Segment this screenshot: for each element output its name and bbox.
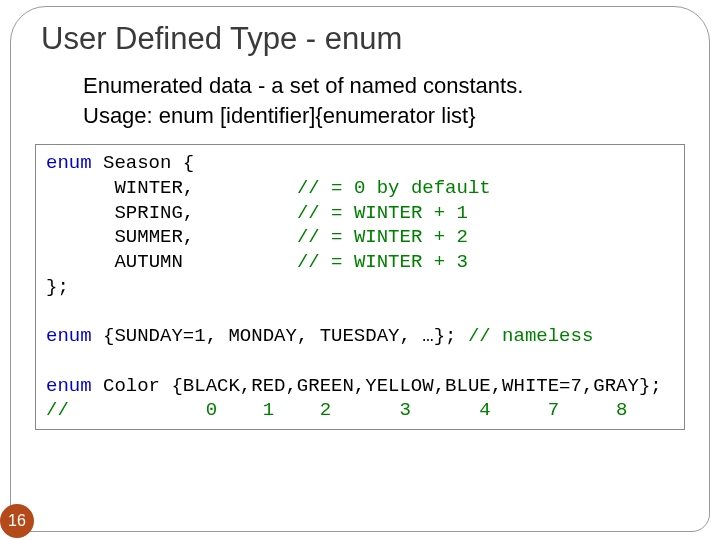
member-3-comment: // = WINTER + 3 <box>297 251 468 273</box>
member-2-name: SUMMER, <box>114 226 194 248</box>
code-box: enum Season { WINTER, // = 0 by default … <box>35 144 685 430</box>
member-2-comment: // = WINTER + 2 <box>297 226 468 248</box>
member-1-name: SPRING, <box>114 202 194 224</box>
member-0-name: WINTER, <box>114 177 194 199</box>
nameless-comment: // nameless <box>468 325 593 347</box>
slide-frame: User Defined Type - enum Enumerated data… <box>10 6 710 532</box>
page-title: User Defined Type - enum <box>41 21 685 57</box>
body-line-2: Usage: enum [identifier]{enumerator list… <box>83 103 476 128</box>
member-0-comment: // = 0 by default <box>297 177 491 199</box>
code-block: enum Season { WINTER, // = 0 by default … <box>46 151 674 423</box>
index-row: // 0 1 2 3 4 7 8 <box>46 399 628 421</box>
nameless-body: {SUNDAY=1, MONDAY, TUESDAY, …}; <box>103 325 456 347</box>
keyword-enum: enum <box>46 152 92 174</box>
keyword-enum-3: enum <box>46 375 92 397</box>
body-text: Enumerated data - a set of named constan… <box>83 71 685 130</box>
color-decl: Color {BLACK,RED,GREEN,YELLOW,BLUE,WHITE… <box>103 375 662 397</box>
keyword-enum-2: enum <box>46 325 92 347</box>
member-3-name: AUTUMN <box>114 251 182 273</box>
close-brace: }; <box>46 276 69 298</box>
page-number-badge: 16 <box>0 504 34 538</box>
body-line-1: Enumerated data - a set of named constan… <box>83 73 523 98</box>
season-decl: Season { <box>103 152 194 174</box>
member-1-comment: // = WINTER + 1 <box>297 202 468 224</box>
